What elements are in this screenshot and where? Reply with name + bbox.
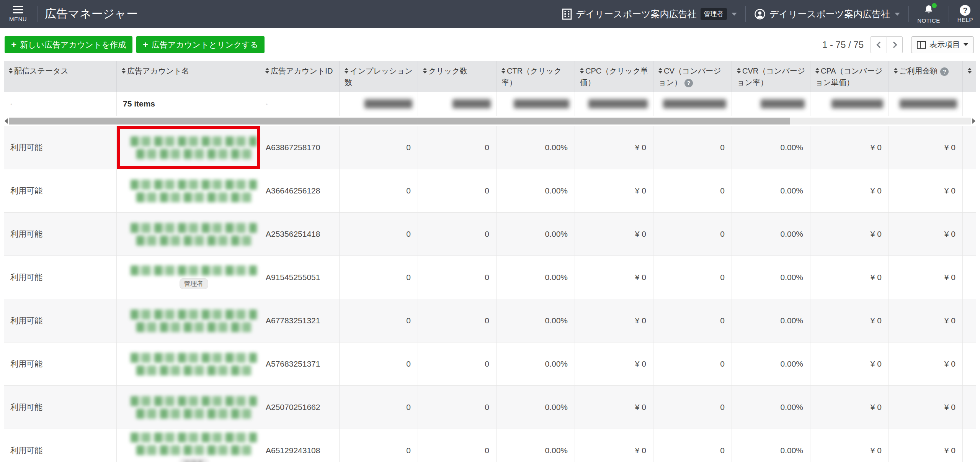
cell-account-name[interactable] [117, 342, 260, 385]
column-header-cpc[interactable]: CPC（クリック単価） [575, 61, 653, 92]
notification-dot [932, 3, 937, 8]
cell-metric-clicks: 0 [418, 256, 497, 299]
chevron-down-icon [895, 13, 900, 16]
cell-metric-ctr: 0.00% [497, 299, 575, 342]
cell-metric-clicks: 0 [418, 169, 497, 212]
cell-account-name[interactable] [117, 126, 260, 169]
cell-metric-cpa: ¥ 0 [810, 169, 889, 212]
cell-account-id: A36646256128 [260, 169, 340, 212]
cell-metric-cpa: ¥ 0 [810, 299, 889, 342]
link-ad-account-button[interactable]: + 広告アカウントとリンクする [136, 36, 265, 53]
redacted-account-name [131, 223, 257, 233]
column-header-cv[interactable]: CV（コンバージョン）? [653, 61, 732, 92]
column-header-clicks[interactable]: クリック数 [418, 61, 497, 92]
highlight-box [117, 126, 260, 169]
summary-cell-cpa [810, 92, 889, 116]
cell-metric-cv: 0 [653, 213, 732, 256]
cell-metric-cv: 0 [653, 169, 732, 212]
column-header-spend[interactable]: ご利用金額? [889, 61, 963, 92]
top-app-bar: MENU 広告マネージャー デイリースポーツ案内広告社 管理者 デイリースポーツ… [0, 0, 980, 28]
cell-account-name[interactable]: 管理者 [117, 256, 260, 299]
column-header-status[interactable]: 配信ステータス [4, 61, 117, 92]
column-header-ctr[interactable]: CTR（クリック率） [497, 61, 575, 92]
redacted-account-name [136, 322, 251, 332]
scroll-right-arrow[interactable] [972, 118, 975, 124]
scrollbar-thumb[interactable] [9, 118, 790, 125]
sort-icon [122, 68, 126, 74]
cell-metric-clicks: 0 [418, 386, 497, 429]
summary-cell-ctr [497, 92, 575, 116]
redacted-value [761, 99, 805, 108]
cell-account-name[interactable] [117, 169, 260, 212]
help-button[interactable]: ? HELP [957, 5, 973, 23]
cell-metric-impressions: 0 [340, 299, 418, 342]
summary-cell-cpc [575, 92, 653, 116]
help-icon[interactable]: ? [684, 79, 693, 87]
menu-button[interactable]: MENU [5, 3, 31, 25]
column-label: （ [973, 67, 976, 75]
redacted-value [900, 99, 957, 108]
prev-page-button[interactable] [871, 36, 887, 53]
column-header-name[interactable]: 広告アカウント名 [117, 61, 260, 92]
summary-cell-spend [889, 92, 963, 116]
create-ad-account-button[interactable]: + 新しい広告アカウントを作成 [5, 36, 132, 53]
notice-label: NOTICE [917, 17, 940, 24]
sort-icon [265, 68, 269, 74]
sort-icon [501, 68, 505, 74]
cell-metric-cpc: ¥ 0 [575, 429, 653, 462]
sort-icon [658, 68, 662, 74]
column-header-partial[interactable]: （ [963, 61, 976, 92]
redacted-account-name [136, 192, 251, 202]
cell-metric-impressions: 0 [340, 213, 418, 256]
cell-metric-cpc: ¥ 0 [575, 169, 653, 212]
cell-metric-cpa: ¥ 0 [810, 256, 889, 299]
columns-icon [917, 41, 926, 49]
divider [908, 6, 909, 22]
cell-account-name[interactable] [117, 386, 260, 429]
help-label: HELP [957, 16, 973, 23]
redacted-account-name [131, 180, 257, 190]
cell-metric-spend: ¥ 0 [889, 386, 963, 429]
cell-metric-spend: ¥ 0 [889, 126, 963, 169]
cell-partial [963, 126, 976, 169]
account-selector[interactable]: デイリースポーツ案内広告社 [754, 8, 900, 20]
organization-selector[interactable]: デイリースポーツ案内広告社 管理者 [562, 8, 737, 20]
cell-account-id: A57683251371 [260, 342, 340, 385]
column-header-cvr[interactable]: CVR（コンバージョン率） [732, 61, 810, 92]
help-icon[interactable]: ? [940, 67, 949, 76]
cell-metric-ctr: 0.00% [497, 213, 575, 256]
cell-metric-clicks: 0 [418, 342, 497, 385]
column-header-cpa[interactable]: CPA（コンバージョン単価） [810, 61, 889, 92]
cell-partial [963, 169, 976, 212]
sort-icon [968, 68, 972, 74]
table-row: 利用可能A25356251418000.00%¥ 000.00%¥ 0¥ 0 [4, 213, 976, 256]
admin-badge: 管理者 [180, 278, 208, 289]
column-label: CTR（クリック率） [501, 67, 562, 87]
toolbar: + 新しい広告アカウントを作成 + 広告アカウントとリンクする 1 - 75 /… [0, 28, 980, 61]
sort-icon [423, 68, 427, 74]
column-label: 広告アカウントID [271, 67, 333, 75]
redacted-value [452, 99, 491, 108]
redacted-account-name [136, 149, 251, 159]
plus-icon: + [11, 40, 16, 49]
column-header-impressions[interactable]: インプレッション数 [340, 61, 418, 92]
scroll-left-arrow[interactable] [5, 118, 8, 124]
column-header-id[interactable]: 広告アカウントID [260, 61, 340, 92]
summary-cell-impressions [340, 92, 418, 116]
table-row: 利用可能A36646256128000.00%¥ 000.00%¥ 0¥ 0 [4, 169, 976, 213]
scrollbar-track[interactable] [9, 118, 971, 125]
cell-metric-spend: ¥ 0 [889, 429, 963, 462]
display-columns-button[interactable]: 表示項目 [911, 36, 974, 53]
plus-icon: + [143, 40, 148, 49]
cell-metric-ctr: 0.00% [497, 169, 575, 212]
next-page-button[interactable] [887, 36, 903, 53]
cell-account-name[interactable] [117, 299, 260, 342]
table-summary-row: -75 items- [4, 92, 976, 116]
sort-icon [9, 68, 13, 74]
notice-button[interactable]: NOTICE [917, 4, 940, 24]
cell-account-name[interactable]: 管理者 [117, 429, 260, 462]
cell-metric-cvr: 0.00% [732, 342, 810, 385]
building-icon [562, 8, 572, 20]
cell-account-name[interactable] [117, 213, 260, 256]
sort-icon [580, 68, 584, 74]
